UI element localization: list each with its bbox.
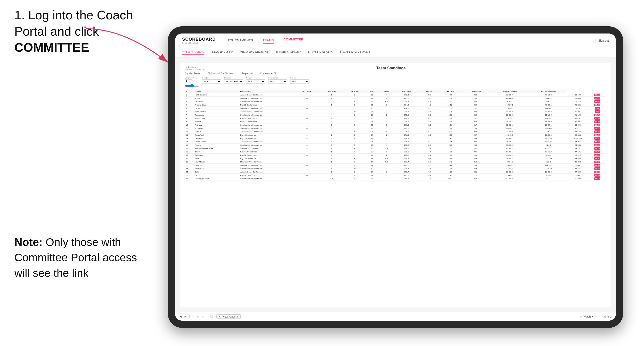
toolbar-refresh[interactable]: ↻: [192, 315, 194, 318]
rank-cell: 24: [185, 170, 194, 174]
data-cell: 24: [364, 154, 380, 157]
division-select[interactable]: NCAA Division I NCAA Division II NCAA Di…: [224, 79, 243, 84]
gender-label: Gender:: [185, 72, 194, 75]
sub-nav: TEAM SUMMARY TEAM H2H GRID TEAM H2H HEAT…: [175, 48, 616, 57]
min-rounds-input[interactable]: [185, 79, 192, 83]
rank-cell: 18: [185, 150, 194, 154]
nav-committee[interactable]: COMMITTEE: [284, 37, 304, 43]
data-cell: -5.1: [419, 147, 440, 150]
data-cell: 1.85: [440, 134, 461, 137]
data-cell: 13-24-1: [529, 124, 567, 127]
rank-cell: 9: [185, 120, 194, 124]
data-cell: -4.4: [419, 110, 440, 113]
data-cell: 274.2: [394, 103, 419, 107]
conference-cell: Pac-12 Conference: [239, 174, 295, 177]
data-cell: 276.3: [394, 120, 419, 124]
table-container[interactable]: # School Conference Reg Rank Conf Rank N…: [185, 89, 606, 180]
data-cell: 54-4-0: [567, 97, 589, 100]
table-row: 14OklahomaBig 12 Conference—24242276.9-3…: [185, 137, 606, 140]
sign-out-button[interactable]: Sign out: [598, 39, 609, 42]
data-cell: 33-25-2: [529, 110, 567, 113]
conference-cell: Atlantic Coast Conference: [239, 170, 295, 174]
conference-cell: Southeastern Conference: [239, 177, 295, 180]
data-cell: —: [295, 150, 319, 154]
data-cell: 0: [380, 177, 394, 180]
rank-cell: 5: [185, 107, 194, 110]
data-cell: 2.77: [440, 100, 461, 103]
data-cell: 12-14-1: [529, 107, 567, 110]
region-select[interactable]: N/A East West: [246, 79, 265, 84]
data-cell: 8: [344, 117, 364, 120]
nav-tournaments[interactable]: TOURNAMENTS: [228, 37, 253, 43]
table-row: 8WashingtonPac-12 Conference—28231276.3-…: [185, 117, 606, 120]
data-cell: —: [295, 127, 319, 130]
sub-nav-player-h2h-grid[interactable]: PLAYER H2H GRID: [308, 50, 333, 54]
gender-select[interactable]: Men's Women's: [202, 79, 221, 84]
sub-nav-team-summary[interactable]: TEAM SUMMARY: [182, 50, 204, 55]
sub-nav-player-summary[interactable]: PLAYER SUMMARY: [276, 50, 301, 54]
data-cell: 21: [364, 130, 380, 134]
share-icon: ↗: [601, 315, 603, 318]
data-cell: 1.28: [440, 164, 461, 167]
view-original-btn[interactable]: 👁 View: Original: [216, 314, 241, 319]
share-btn[interactable]: ↗ Share: [601, 315, 611, 318]
data-cell: 3: [319, 157, 344, 160]
watch-btn[interactable]: 👁 Watch ▾: [580, 315, 593, 318]
data-cell: -4.0: [419, 103, 440, 107]
data-cell: 278.1: [394, 147, 419, 150]
data-cell: 275.7: [394, 110, 419, 113]
conference-select[interactable]: (All) ACC SEC Big 12 Pac-12 Big Ten: [268, 79, 287, 84]
vs-top50-cell: 73.7: [589, 107, 606, 110]
data-cell: —: [295, 110, 319, 113]
data-cell: 12-13-0: [529, 150, 567, 154]
data-cell: —: [295, 140, 319, 144]
data-cell: 1.98: [440, 120, 461, 124]
toolbar-forward[interactable]: ▶: [184, 315, 186, 318]
standings-table: # School Conference Reg Rank Conf Rank N…: [185, 89, 606, 180]
min-rounds-slider[interactable]: [185, 84, 199, 88]
data-cell: 9: [344, 170, 364, 174]
data-cell: 1.44: [440, 157, 461, 160]
data-cell: 1: [380, 117, 394, 120]
region-control-label: Region: [246, 77, 265, 79]
data-cell: 87-21-2: [490, 147, 529, 150]
nav-teams[interactable]: TEAMS: [263, 37, 274, 43]
data-cell: 2: [380, 137, 394, 140]
sub-nav-team-h2h-grid[interactable]: TEAM H2H GRID: [212, 50, 233, 54]
school-cell: Tennessee: [194, 113, 239, 117]
toolbar-copy[interactable]: ⎘: [198, 315, 199, 318]
data-cell: 9: [344, 93, 364, 97]
table-row: 22GeorgiaSoutheastern Conference—8721127…: [185, 164, 606, 167]
data-cell: 23-18-2: [567, 147, 589, 150]
data-cell: 8-14-0: [529, 154, 567, 157]
sub-nav-player-h2h-heatmap[interactable]: PLAYER H2H HEATMAP: [340, 50, 370, 54]
toolbar-back[interactable]: ◀: [180, 315, 182, 318]
rank-cell: 19: [185, 154, 194, 157]
toolbar-expand[interactable]: ⤢: [596, 315, 598, 318]
conference-control-label: Conference: [268, 77, 287, 79]
table-row: 3VanderbiltSoutheastern Conference—28266…: [185, 100, 606, 103]
data-cell: 11-19-0: [529, 113, 567, 117]
toolbar-more[interactable]: ···: [202, 315, 204, 318]
data-cell: 26: [364, 103, 380, 107]
data-cell: 3: [380, 124, 394, 127]
col-avg-rd: Avg. Rd.: [440, 89, 461, 93]
school-cell: North Carolina: [194, 93, 239, 97]
data-cell: 1.63: [440, 144, 461, 147]
conference-cell: Big 12 Conference: [239, 157, 295, 160]
data-cell: 104-43-3: [490, 134, 529, 137]
school-select[interactable]: (All): [290, 79, 310, 84]
data-cell: 1.41: [440, 160, 461, 164]
data-cell: 10-30-0: [567, 177, 589, 180]
data-cell: 17-33-38: [529, 157, 567, 160]
data-cell: 9: [344, 103, 364, 107]
vs-top50-cell: 65.02: [589, 144, 606, 147]
rank-cell: 26: [185, 177, 194, 180]
data-cell: 6: [344, 107, 364, 110]
data-cell: 8: [344, 147, 364, 150]
data-cell: 269: [461, 157, 490, 160]
sub-nav-team-h2h-heatmap[interactable]: TEAM H2H HEATMAP: [240, 50, 268, 54]
toolbar-clock[interactable]: 🕐: [210, 315, 214, 318]
data-cell: 30-15-18: [529, 137, 567, 140]
tablet-screen: SCOREBOARD Powered by clippd TOURNAMENTS…: [175, 33, 616, 321]
